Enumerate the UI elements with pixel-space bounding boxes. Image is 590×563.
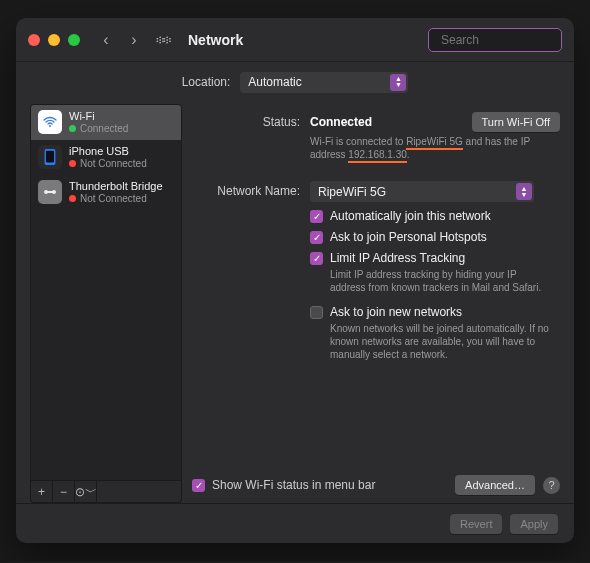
minimize-icon[interactable]	[48, 34, 60, 46]
ip-address: 192.168.1.30	[348, 149, 406, 163]
back-button[interactable]: ‹	[96, 30, 116, 50]
sidebar-item-wifi[interactable]: Wi-Fi Connected	[31, 105, 181, 140]
traffic-lights	[28, 34, 80, 46]
sidebar-item-label: Thunderbolt Bridge	[69, 180, 163, 192]
svg-point-0	[49, 125, 51, 127]
limit-ip-checkbox[interactable]: ✓ Limit IP Address Tracking	[310, 251, 560, 265]
phone-icon	[38, 145, 62, 169]
status-label: Status:	[192, 112, 310, 161]
service-sidebar: Wi-Fi Connected iPhone USB Not Connected	[30, 104, 182, 503]
menubar-checkbox[interactable]: ✓	[192, 479, 205, 492]
help-button[interactable]: ?	[543, 477, 560, 494]
svg-rect-2	[46, 151, 54, 163]
search-input[interactable]	[441, 33, 574, 47]
location-label: Location:	[182, 75, 231, 89]
apply-button[interactable]: Apply	[510, 514, 558, 534]
titlebar: ‹ › ፨፨ Network	[16, 18, 574, 62]
connected-network-name: RipeWiFi 5G	[406, 136, 463, 150]
add-service-button[interactable]: +	[31, 481, 53, 503]
sidebar-item-label: iPhone USB	[69, 145, 147, 157]
network-preferences-window: ‹ › ፨፨ Network Location: Automatic ▲▼ Wi…	[16, 18, 574, 543]
panel-footer: ✓ Show Wi-Fi status in menu bar Advanced…	[192, 473, 560, 503]
location-select[interactable]: Automatic ▲▼	[240, 72, 408, 93]
status-help-text: Wi-Fi is connected to RipeWiFi 5G and ha…	[310, 135, 560, 161]
checkbox-icon: ✓	[310, 231, 323, 244]
network-name-value: RipeWiFi 5G	[318, 185, 386, 199]
status-dot-icon	[69, 125, 76, 132]
sidebar-item-iphone-usb[interactable]: iPhone USB Not Connected	[31, 140, 181, 175]
bottom-bar: Revert Apply	[16, 503, 574, 543]
service-actions-button[interactable]: ⊙﹀	[75, 481, 97, 503]
remove-service-button[interactable]: −	[53, 481, 75, 503]
wifi-toggle-button[interactable]: Turn Wi-Fi Off	[472, 112, 560, 132]
checkbox-icon: ✓	[310, 252, 323, 265]
wifi-icon	[38, 110, 62, 134]
hotspot-checkbox[interactable]: ✓ Ask to join Personal Hotspots	[310, 230, 560, 244]
sidebar-item-label: Wi-Fi	[69, 110, 128, 122]
service-list: Wi-Fi Connected iPhone USB Not Connected	[30, 104, 182, 481]
window-title: Network	[188, 32, 420, 48]
service-list-footer: + − ⊙﹀	[30, 481, 182, 503]
status-value: Connected	[310, 115, 372, 129]
auto-join-checkbox[interactable]: ✓ Automatically join this network	[310, 209, 560, 223]
network-name-select[interactable]: RipeWiFi 5G ▲▼	[310, 181, 534, 202]
network-name-label: Network Name:	[192, 181, 310, 361]
advanced-button[interactable]: Advanced…	[455, 475, 535, 495]
svg-rect-5	[46, 191, 54, 193]
status-dot-icon	[69, 160, 76, 167]
ask-new-checkbox[interactable]: Ask to join new networks	[310, 305, 560, 319]
ask-new-help: Known networks will be joined automatica…	[310, 322, 560, 361]
limit-ip-help: Limit IP address tracking by hiding your…	[310, 268, 560, 294]
forward-button[interactable]: ›	[124, 30, 144, 50]
status-dot-icon	[69, 195, 76, 202]
menubar-label: Show Wi-Fi status in menu bar	[212, 478, 375, 492]
location-value: Automatic	[248, 75, 301, 89]
revert-button[interactable]: Revert	[450, 514, 502, 534]
show-all-icon[interactable]: ፨፨	[156, 33, 170, 47]
updown-icon: ▲▼	[390, 74, 406, 91]
close-icon[interactable]	[28, 34, 40, 46]
thunderbolt-icon	[38, 180, 62, 204]
updown-icon: ▲▼	[516, 183, 532, 200]
location-row: Location: Automatic ▲▼	[16, 62, 574, 102]
sidebar-item-thunderbolt[interactable]: Thunderbolt Bridge Not Connected	[31, 175, 181, 210]
checkbox-icon: ✓	[310, 210, 323, 223]
zoom-icon[interactable]	[68, 34, 80, 46]
detail-panel: Status: Connected Turn Wi-Fi Off Wi-Fi i…	[192, 104, 560, 503]
search-field[interactable]	[428, 28, 562, 52]
checkbox-icon	[310, 306, 323, 319]
